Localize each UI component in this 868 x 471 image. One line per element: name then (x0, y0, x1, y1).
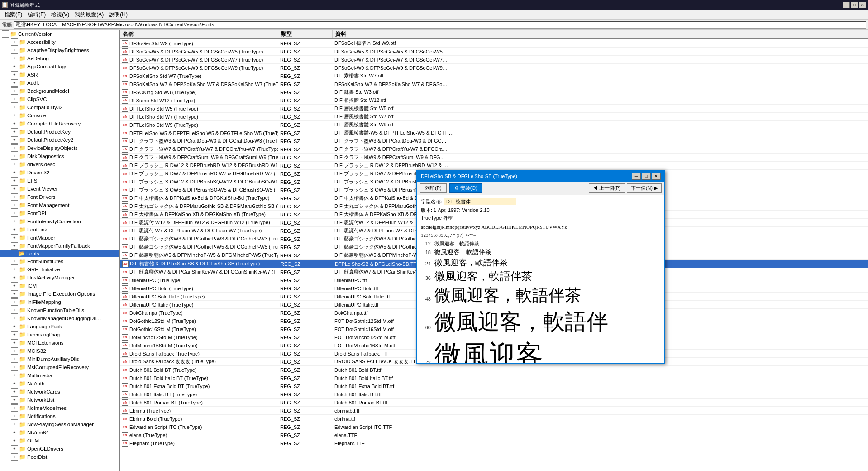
menu-help[interactable]: 說明(H) (106, 10, 130, 19)
tree-item[interactable]: +📁MsiCorruptedFileRecovery (0, 363, 119, 371)
registry-row[interactable]: abDFSoGei-W9 & DFPSoGei-W9 & DFGSoGei-W9… (120, 64, 868, 72)
tree-item[interactable]: +📁IniFileMapping (0, 298, 119, 306)
tree-item[interactable]: +📁GRE_Initialize (0, 265, 119, 274)
registry-row[interactable]: abElephant (TrueType)REG_SZElephant.TTF (120, 439, 868, 447)
tree-expander[interactable]: + (11, 364, 18, 371)
tree-expander[interactable]: + (11, 282, 18, 289)
tree-expander[interactable]: + (11, 104, 18, 111)
tree-item[interactable]: +📁NaAuth (0, 380, 119, 388)
tree-item[interactable]: 📂Fonts (0, 250, 119, 257)
tree-expander[interactable]: + (11, 347, 18, 355)
tree-item[interactable]: +📁LicensingDiag (0, 331, 119, 339)
address-input[interactable] (14, 21, 866, 29)
column-type[interactable]: 類型 (278, 30, 333, 38)
tree-expander[interactable]: + (11, 218, 18, 225)
tree-item[interactable]: +📁PeerDist (0, 453, 119, 461)
tree-item[interactable]: +📁Drivers32 (0, 168, 119, 177)
tree-expander[interactable]: + (11, 315, 18, 322)
tree-expander[interactable]: + (11, 234, 18, 241)
tree-item[interactable]: +📁DiskDiagnostics (0, 152, 119, 160)
tree-expander[interactable]: + (11, 210, 18, 217)
tree-item[interactable]: +📁Compatibility32 (0, 103, 119, 111)
tree-item[interactable]: +📁DefaultProductKey (0, 128, 119, 136)
tree-expander[interactable]: + (11, 87, 18, 95)
tree-item[interactable]: +📁KnownManagedDebuggingDll… (0, 314, 119, 322)
tree-item[interactable]: +📁ASR (0, 71, 119, 79)
tree-expander[interactable]: + (11, 128, 18, 135)
tree-expander[interactable]: + (11, 161, 18, 168)
tree-expander[interactable]: + (11, 177, 18, 184)
tree-item[interactable]: +📁DefaultProductKey2 (0, 136, 119, 144)
tree-item[interactable]: +📁FontMapperFamilyFallback (0, 242, 119, 250)
prev-button[interactable]: ◀ 上一個(P) (589, 183, 625, 193)
tree-item[interactable]: +📁FontDPI (0, 209, 119, 217)
popup-minimize-button[interactable]: ─ (632, 173, 641, 180)
tree-expander[interactable]: + (11, 396, 18, 404)
tree-expander[interactable]: + (11, 153, 18, 160)
tree-item[interactable]: +📁FontMapper (0, 234, 119, 242)
tree-item[interactable]: +📁NetworkList (0, 396, 119, 404)
registry-row[interactable]: abD F クラフト墨W3 & DFPCraftDou-W3 & DFGCraf… (120, 137, 868, 145)
tree-expander[interactable]: + (11, 112, 18, 119)
tree-expander[interactable]: + (11, 242, 18, 250)
tree-expander[interactable]: + (11, 55, 18, 62)
tree-expander[interactable]: + (11, 421, 18, 428)
registry-row[interactable]: abDutch 801 Bold BT (TrueType)REG_SZDutc… (120, 366, 868, 374)
registry-row[interactable]: abDutch 801 Extra Bold BT (TrueType)REG_… (120, 382, 868, 390)
tree-item[interactable]: +📁NoImeModelmes (0, 404, 119, 412)
column-data[interactable]: 資料 (333, 30, 868, 38)
minimize-button[interactable]: ─ (843, 2, 850, 8)
tree-item[interactable]: +📁ClipSVC (0, 95, 119, 103)
tree-item[interactable]: +📁AdaptiveDisplayBrightness (0, 46, 119, 54)
tree-expander[interactable]: + (11, 274, 18, 281)
tree-item[interactable]: +📁NtVdm64 (0, 428, 119, 437)
registry-row[interactable]: abDFSoGei-W5 & DFPSoGei-W5 & DFGSoGei-W5… (120, 48, 868, 56)
menu-edit[interactable]: 編輯(E) (25, 10, 48, 19)
tree-expander[interactable]: + (11, 437, 18, 444)
tree-expander[interactable]: + (11, 298, 18, 306)
tree-item[interactable]: +📁MCIS32 (0, 347, 119, 355)
registry-row[interactable]: abD F クラフト遊W7 & DFPCraftYu-W7 & DFGCraft… (120, 145, 868, 154)
tree-item[interactable]: +📁OEM (0, 437, 119, 445)
tree-expander[interactable]: + (11, 339, 18, 346)
tree-expander[interactable]: + (11, 323, 18, 330)
tree-expander[interactable]: + (11, 429, 18, 436)
tree-item[interactable]: +📁FontLink (0, 226, 119, 234)
tree-expander[interactable]: + (11, 38, 18, 46)
tree-item[interactable]: +📁FontSubstitutes (0, 257, 119, 265)
registry-row[interactable]: abDFTLeISho Std W7 (TrueType)REG_SZD F 層… (120, 113, 868, 121)
registry-row[interactable]: abEdwardian Script ITC (TrueType)REG_SZE… (120, 423, 868, 431)
registry-row[interactable]: abDFTLeISho Std W9 (TrueType)REG_SZD F 層… (120, 121, 868, 129)
popup-maximize-button[interactable]: □ (642, 173, 651, 180)
tree-item[interactable]: +📁LanguagePack (0, 322, 119, 331)
print-button[interactable]: 列印(P) (420, 183, 447, 193)
next-button[interactable]: 下一個(N) ▶ (627, 183, 662, 193)
tree-item[interactable]: +📁drivers.desc (0, 160, 119, 168)
close-button[interactable]: ✕ (859, 2, 866, 8)
registry-row[interactable]: abDFTLeISho Std W5 (TrueType)REG_SZD F 層… (120, 105, 868, 113)
column-name[interactable]: 名稱 (120, 30, 278, 38)
registry-row[interactable]: abDFSoKaiSho Std W7 (TrueType)REG_SZD F … (120, 72, 868, 80)
tree-item[interactable]: +📁AppCompatFlags (0, 62, 119, 71)
registry-row[interactable]: abelena (TrueType)REG_SZelena.TTF (120, 431, 868, 439)
tree-expander[interactable]: + (11, 372, 18, 379)
tree-expander[interactable]: + (11, 63, 18, 70)
tree-expander[interactable]: + (11, 144, 18, 152)
tree-item[interactable]: +📁Event Viewer (0, 185, 119, 193)
tree-expander[interactable]: + (11, 266, 18, 273)
tree-item[interactable]: +📁KnownFunctionTableDlls (0, 306, 119, 314)
tree-item[interactable]: +📁OpenGLDrivers (0, 445, 119, 453)
menu-favorites[interactable]: 我的最愛(A) (72, 10, 106, 19)
tree-item[interactable]: +📁MCI Extensions (0, 339, 119, 347)
tree-expander[interactable]: + (11, 290, 18, 298)
tree-item[interactable]: −📁CurrentVersion (0, 30, 119, 38)
registry-row[interactable]: abDutch 801 Italic BT (TrueType)REG_SZDu… (120, 390, 868, 399)
tree-expander[interactable]: + (11, 307, 18, 314)
tree-item[interactable]: +📁Image File Execution Options (0, 290, 119, 298)
tree-expander[interactable]: + (11, 120, 18, 127)
tree-expander[interactable]: + (11, 380, 18, 387)
font-name-input[interactable] (444, 198, 516, 205)
tree-item[interactable]: +📁AeDebug (0, 54, 119, 62)
registry-row[interactable]: abDutch 801 Bold Italic BT (TrueType)REG… (120, 374, 868, 382)
tree-expander[interactable]: + (11, 258, 18, 265)
